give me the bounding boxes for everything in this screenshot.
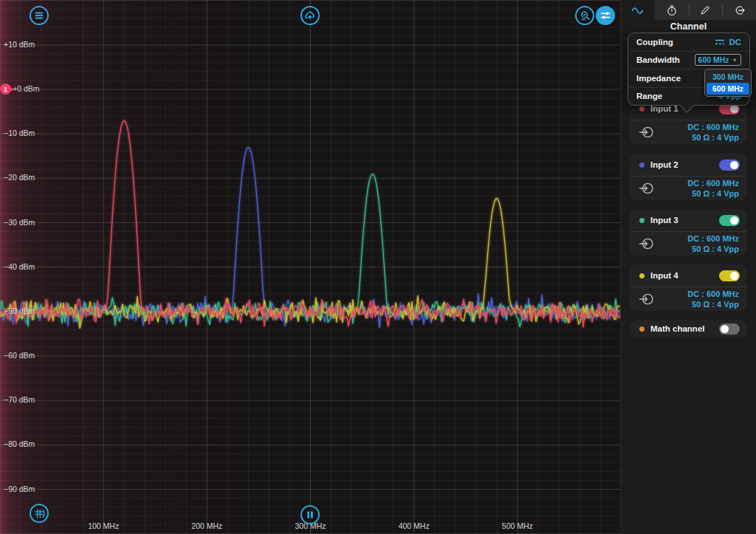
dropdown-option-600mhz[interactable]: 600 MHz [707, 83, 749, 95]
exit-arrow-icon [733, 4, 746, 16]
input-port-icon [639, 125, 654, 140]
y-axis-tick-label: −20 dBm [4, 173, 35, 182]
input-3-summary: DC : 600 MHz50 Ω : 4 Vpp [654, 233, 739, 254]
bandwidth-row: Bandwidth 600 MHz ▼ [628, 51, 749, 69]
math-channel-card: Math channel [630, 320, 747, 338]
spectrum-plot-area[interactable]: 1 +10 dBm+0 dBm−10 dBm−20 dBm−30 dBm−40 … [0, 0, 621, 534]
y-axis-tick-label: −10 dBm [4, 129, 35, 137]
input-3-color-dot [639, 218, 645, 223]
y-axis-tick-label: −90 dBm [4, 485, 35, 493]
channel1-reference-marker[interactable]: 1 [0, 83, 11, 95]
panel-title: Channel [621, 21, 756, 32]
tab-output[interactable] [722, 0, 756, 20]
bandwidth-label: Bandwidth [636, 55, 680, 64]
input-port-icon [639, 292, 654, 307]
spectrum-traces [0, 0, 621, 534]
y-axis-tick-label: −70 dBm [4, 395, 35, 404]
input-3-settings-row[interactable]: DC : 600 MHz50 Ω : 4 Vpp [630, 232, 747, 256]
x-axis-tick-label: 100 MHz [80, 521, 127, 530]
input-3-card: Input 3 DC : 600 MHz50 Ω : 4 Vpp [630, 209, 747, 256]
input-3-label: Input 3 [650, 216, 719, 225]
input-4-toggle[interactable] [719, 270, 740, 281]
chevron-down-icon: ▼ [732, 58, 738, 64]
trace-input-1 [0, 120, 620, 327]
main-menu-button[interactable] [30, 6, 49, 25]
grid-settings-button[interactable] [30, 504, 49, 523]
grid-axes-icon [33, 507, 46, 520]
sine-wave-icon [631, 4, 644, 16]
trace-input-2 [0, 147, 620, 327]
x-axis-tick-label: 500 MHz [494, 521, 541, 530]
settings-panel: Channel Input 1 DC : 600 MHz50 Ω : 4 Vpp… [621, 0, 756, 534]
y-axis-tick-label: +0 dBm [13, 84, 39, 93]
input-2-settings-row[interactable]: DC : 600 MHz50 Ω : 4 Vpp [630, 177, 747, 200]
math-channel-label: Math channel [650, 324, 719, 333]
y-axis-tick-label: −50 dBm [4, 307, 35, 315]
input-4-label: Input 4 [650, 271, 719, 280]
math-channel-header: Math channel [630, 320, 747, 338]
trace-input-3 [0, 174, 620, 327]
input-4-color-dot [639, 273, 645, 278]
dropdown-option-300mhz[interactable]: 300 MHz [707, 71, 749, 83]
input-2-label: Input 2 [650, 160, 719, 169]
pause-button[interactable] [300, 505, 320, 524]
pencil-icon [699, 4, 711, 16]
coupling-value[interactable]: DC [715, 38, 741, 47]
y-axis-tick-label: −30 dBm [4, 218, 35, 227]
sliders-icon [599, 10, 611, 21]
tab-channel[interactable] [621, 0, 655, 20]
input-2-card: Input 2 DC : 600 MHz50 Ω : 4 Vpp [630, 154, 747, 200]
y-axis-tick-label: −60 dBm [4, 351, 35, 360]
input-4-summary: DC : 600 MHz50 Ω : 4 Vpp [654, 289, 739, 309]
input-2-color-dot [639, 162, 645, 168]
cloud-upload-icon [303, 9, 317, 22]
input-1-color-dot [639, 106, 645, 112]
input-2-toggle[interactable] [719, 160, 740, 171]
input-3-header: Input 3 [630, 209, 747, 231]
input-port-icon [639, 181, 654, 196]
magnifier-icon [579, 10, 591, 22]
input-2-header: Input 2 [630, 154, 747, 176]
input-1-summary: DC : 600 MHz50 Ω : 4 Vpp [654, 122, 739, 143]
bandwidth-dropdown: 300 MHz 600 MHz [704, 69, 752, 97]
input-1-settings-row[interactable]: DC : 600 MHz50 Ω : 4 Vpp [630, 120, 747, 144]
y-axis-tick-label: −40 dBm [4, 262, 35, 271]
app-window: 1 +10 dBm+0 dBm−10 dBm−20 dBm−30 dBm−40 … [0, 0, 756, 534]
tab-acquisition[interactable] [655, 0, 689, 20]
channel-settings-popup: Coupling DC Bandwidth 600 MHz ▼ Impedanc… [628, 32, 750, 106]
coupling-row[interactable]: Coupling DC [628, 33, 749, 51]
input-port-icon [639, 236, 654, 251]
math-channel-color-dot [639, 326, 645, 332]
input-2-summary: DC : 600 MHz50 Ω : 4 Vpp [654, 178, 739, 199]
stopwatch-icon [666, 4, 678, 16]
input-4-settings-row[interactable]: DC : 600 MHz50 Ω : 4 Vpp [630, 287, 747, 311]
y-axis-tick-label: −80 dBm [4, 439, 35, 448]
display-settings-button[interactable] [596, 6, 615, 25]
panel-tab-bar [621, 0, 756, 20]
pause-icon [305, 510, 315, 520]
hamburger-icon [33, 10, 45, 21]
tab-annotate[interactable] [689, 0, 723, 20]
bandwidth-select[interactable]: 600 MHz ▼ [695, 54, 741, 66]
coupling-label: Coupling [636, 38, 673, 47]
y-axis-tick-label: +10 dBm [4, 40, 35, 49]
cloud-upload-button[interactable] [300, 6, 320, 25]
input-4-card: Input 4 DC : 600 MHz50 Ω : 4 Vpp [630, 264, 747, 311]
math-channel-toggle[interactable] [719, 324, 740, 335]
x-axis-tick-label: 400 MHz [391, 521, 438, 530]
zoom-tool-button[interactable] [575, 6, 594, 25]
range-label: Range [636, 92, 662, 100]
input-4-header: Input 4 [630, 264, 747, 287]
dc-coupling-icon [715, 38, 725, 46]
x-axis-tick-label: 200 MHz [183, 521, 230, 530]
input-3-toggle[interactable] [719, 215, 740, 226]
impedance-label: Impedance [636, 74, 681, 83]
